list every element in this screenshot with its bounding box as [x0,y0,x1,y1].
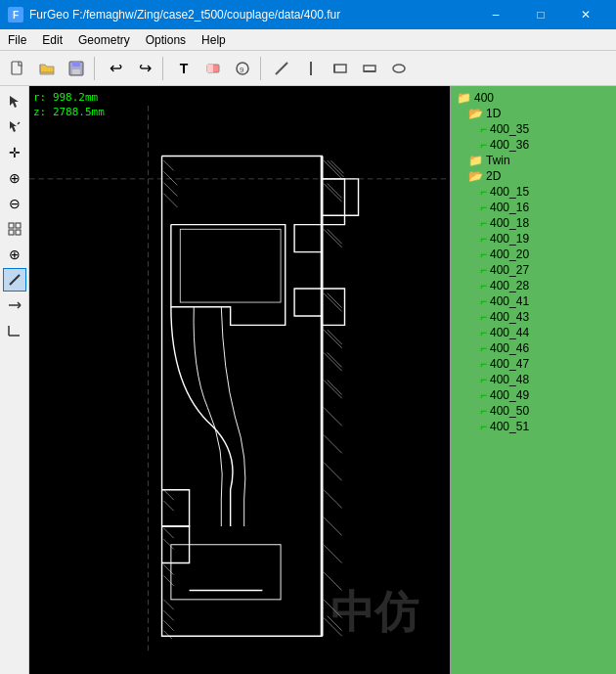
svg-marker-16 [10,121,17,132]
svg-line-34 [328,160,344,177]
maximize-button[interactable]: □ [518,0,563,29]
svg-line-39 [328,229,342,244]
svg-line-63 [163,501,173,511]
main-area: ✛ ⊕ ⊖ ⊕ r: 998.2mm z: 2788.5mm [0,86,616,674]
tree-node-400_44[interactable]: ⌐ 400_44 [478,325,612,340]
rect-button[interactable] [327,55,354,82]
eraser-button[interactable] [199,55,227,82]
geometry-canvas: 中仿 [29,86,450,674]
tree-node-400_41[interactable]: ⌐ 400_41 [478,293,612,309]
text-button[interactable]: T [170,55,198,82]
vline-button[interactable] [297,55,325,82]
svg-line-47 [328,381,342,395]
file-icon-400_18: ⌐ [480,216,487,230]
svg-rect-5 [207,65,213,72]
file-icon-400_44: ⌐ [480,326,487,339]
tree-label-400_36: 400_36 [490,138,529,152]
tree-node-400[interactable]: 📁 400 [455,90,612,106]
menu-geometry[interactable]: Geometry [70,31,138,49]
svg-rect-19 [16,223,21,228]
pan-tool[interactable]: ⊕ [3,243,26,266]
tree-node-400_27[interactable]: ⌐ 400_27 [478,262,612,278]
svg-line-8 [276,63,287,74]
menu-edit[interactable]: Edit [34,31,70,49]
tree-node-400_15[interactable]: ⌐ 400_15 [478,184,612,200]
tree-node-2d[interactable]: 📂 2D [466,168,612,184]
tree-label-400_44: 400_44 [490,326,529,339]
open-button[interactable] [33,55,61,82]
tree-label-400_46: 400_46 [490,341,529,355]
tree-label-400_15: 400_15 [490,185,529,199]
select-tool[interactable] [3,90,26,113]
file-icon-400_28: ⌐ [480,279,487,292]
folder-icon: 📁 [457,91,471,105]
folder-icon-twin: 📁 [468,154,483,167]
svg-line-53 [324,545,342,563]
tree-label-400_49: 400_49 [490,388,529,402]
tree-node-400_50[interactable]: ⌐ 400_50 [478,403,612,419]
svg-line-66 [163,564,173,574]
new-button[interactable] [4,55,31,82]
file-icon-400_16: ⌐ [480,201,487,214]
redo-button[interactable]: ↪ [131,55,158,82]
file-icon-400_19: ⌐ [480,232,487,246]
tree-node-400_51[interactable]: ⌐ 400_51 [478,419,612,434]
tree-node-400_35[interactable]: ⌐ 400_35 [478,121,612,137]
tree-node-400_28[interactable]: ⌐ 400_28 [478,278,612,293]
canvas-area[interactable]: r: 998.2mm z: 2788.5mm [29,86,450,674]
tree-label-400_43: 400_43 [490,310,529,324]
circle-button[interactable] [385,55,413,82]
svg-line-48 [324,408,342,427]
line-button[interactable] [268,55,295,82]
line-draw-tool[interactable] [3,268,26,292]
save-button[interactable] [63,55,90,82]
close-button[interactable]: ✕ [563,0,608,29]
tree-node-1d[interactable]: 📂 1D [466,106,612,121]
svg-line-36 [324,184,342,202]
tree-node-400_18[interactable]: ⌐ 400_18 [478,215,612,231]
undo-button[interactable]: ↩ [102,55,129,82]
tree-node-400_46[interactable]: ⌐ 400_46 [478,340,612,356]
select2-tool[interactable] [3,115,26,139]
tree-node-400_36[interactable]: ⌐ 400_36 [478,137,612,153]
tree-node-400_49[interactable]: ⌐ 400_49 [478,387,612,403]
svg-marker-15 [10,96,19,108]
file-icon-400_35: ⌐ [480,122,487,136]
tree-label-400_51: 400_51 [490,420,529,433]
title-text: FurGeo F:/femaghw/Zing/case2_t500/coupla… [29,8,473,22]
zoom-out-tool[interactable]: ⊖ [3,192,26,215]
tool7-button[interactable] [356,55,383,82]
tree-node-400_48[interactable]: ⌐ 400_48 [478,372,612,387]
tree-node-400_43[interactable]: ⌐ 400_43 [478,309,612,325]
svg-rect-0 [12,62,22,74]
trim-tool[interactable] [3,293,26,317]
svg-line-44 [324,352,342,371]
svg-line-71 [163,631,171,639]
tree-label-400: 400 [474,91,494,105]
svg-text:中仿: 中仿 [330,588,419,637]
angle-tool[interactable] [3,319,26,342]
tree-node-400_20[interactable]: ⌐ 400_20 [478,247,612,262]
svg-line-61 [163,194,177,207]
minimize-button[interactable]: – [473,0,518,29]
svg-line-60 [163,183,177,197]
separator-3 [260,57,264,80]
menu-options[interactable]: Options [138,31,194,49]
menu-help[interactable]: Help [194,31,234,49]
window-controls: – □ ✕ [473,0,608,29]
move-tool[interactable]: ✛ [3,141,26,164]
svg-line-49 [324,435,342,454]
file-icon-400_47: ⌐ [480,357,487,371]
zoom-in-tool[interactable]: ⊕ [3,166,26,190]
tree-node-twin[interactable]: 📁 Twin [466,153,612,168]
separator-2 [162,57,166,80]
tree-node-400_19[interactable]: ⌐ 400_19 [478,231,612,247]
grid-tool[interactable] [3,217,26,241]
svg-line-70 [163,620,173,630]
menu-file[interactable]: File [0,31,34,49]
tool3-button[interactable]: 9 [229,55,256,82]
svg-line-17 [18,122,20,124]
tree-node-400_47[interactable]: ⌐ 400_47 [478,356,612,372]
svg-line-33 [324,160,342,179]
tree-node-400_16[interactable]: ⌐ 400_16 [478,200,612,215]
